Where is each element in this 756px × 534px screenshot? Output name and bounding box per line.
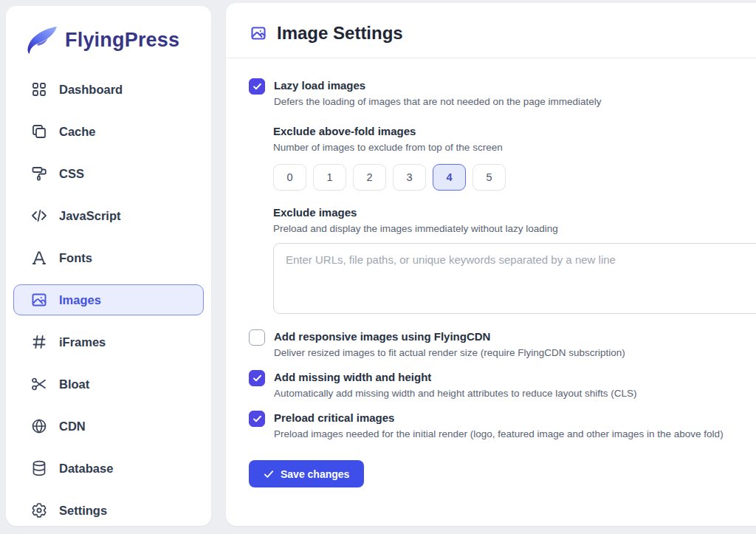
scissors-icon [30, 375, 48, 393]
code-icon [30, 207, 48, 225]
sidebar-item-label: Dashboard [59, 83, 123, 97]
sidebar-item-bloat[interactable]: Bloat [13, 369, 204, 400]
count-option-2[interactable]: 2 [353, 164, 386, 191]
sidebar: FlyingPress Dashboard Cache CSS JavaScr [6, 6, 211, 526]
flyingpress-logo: FlyingPress [13, 25, 204, 55]
sidebar-item-label: Fonts [59, 251, 92, 265]
preload-critical-checkbox[interactable] [249, 411, 265, 427]
sidebar-item-database[interactable]: Database [13, 453, 204, 484]
setting-exclude-images: Exclude images Preload and display the i… [273, 205, 756, 314]
save-button-label: Save changes [281, 468, 349, 480]
exclude-images-textarea[interactable] [273, 243, 756, 314]
missing-dimensions-checkbox[interactable] [249, 370, 265, 386]
sidebar-item-label: CSS [59, 167, 84, 181]
flyingpress-wing-icon [24, 25, 59, 55]
count-option-1[interactable]: 1 [313, 164, 346, 191]
setting-description: Number of images to exclude from top of … [273, 141, 756, 154]
sidebar-nav: Dashboard Cache CSS JavaScript Fonts [13, 74, 204, 526]
setting-label: Exclude images [273, 205, 756, 220]
check-icon [264, 469, 274, 479]
sidebar-item-label: JavaScript [59, 209, 120, 223]
sidebar-item-cdn[interactable]: CDN [13, 411, 204, 442]
setting-description: Preload and display the images immediate… [273, 222, 756, 236]
setting-label: Lazy load images [274, 78, 602, 93]
page-title: Image Settings [277, 23, 403, 44]
letter-a-icon [30, 249, 48, 267]
setting-label: Add missing width and height [274, 370, 637, 385]
image-settings-panel: Image Settings Lazy load images Defers t… [226, 3, 756, 526]
count-option-3[interactable]: 3 [393, 164, 426, 191]
sidebar-item-images[interactable]: Images [13, 284, 204, 315]
sidebar-item-label: iFrames [59, 335, 106, 349]
setting-preload-critical: Preload critical images Preload images n… [249, 411, 756, 441]
count-option-0[interactable]: 0 [273, 164, 306, 191]
dashboard-grid-icon [30, 81, 48, 98]
photo-icon [250, 24, 267, 42]
paint-roller-icon [30, 165, 48, 182]
sidebar-item-label: Bloat [59, 377, 89, 391]
globe-icon [30, 417, 48, 435]
sidebar-item-fonts[interactable]: Fonts [13, 242, 204, 273]
sidebar-item-label: Database [59, 462, 113, 476]
sidebar-item-javascript[interactable]: JavaScript [13, 200, 204, 231]
panel-header: Image Settings [226, 23, 756, 44]
sidebar-item-settings[interactable]: Settings [13, 495, 204, 526]
sidebar-item-css[interactable]: CSS [13, 158, 204, 189]
setting-label: Add responsive images using FlyingCDN [274, 329, 625, 344]
sidebar-item-cache[interactable]: Cache [13, 116, 204, 147]
cache-copy-icon [30, 123, 48, 140]
setting-responsive-images: Add responsive images using FlyingCDN De… [249, 329, 756, 360]
above-fold-count-selector: 0 1 2 3 4 5 [273, 164, 756, 191]
hash-icon [30, 333, 48, 351]
gear-icon [30, 502, 48, 519]
sidebar-item-dashboard[interactable]: Dashboard [13, 74, 204, 105]
sidebar-item-label: CDN [59, 420, 86, 434]
lazy-load-checkbox[interactable] [249, 78, 265, 95]
count-option-5[interactable]: 5 [472, 164, 506, 191]
setting-label: Exclude above-fold images [273, 124, 756, 139]
sidebar-item-iframes[interactable]: iFrames [13, 326, 204, 357]
sidebar-item-label: Settings [59, 504, 107, 518]
setting-lazy-load: Lazy load images Defers the loading of i… [249, 78, 756, 109]
setting-description: Defers the loading of images that are no… [274, 95, 602, 109]
save-changes-button[interactable]: Save changes [249, 460, 364, 487]
database-icon [30, 459, 48, 477]
setting-description: Automatically add missing width and heig… [274, 387, 637, 400]
count-option-4-selected[interactable]: 4 [433, 164, 466, 191]
setting-label: Preload critical images [274, 411, 724, 425]
responsive-images-checkbox[interactable] [249, 329, 265, 346]
setting-exclude-above-fold: Exclude above-fold images Number of imag… [273, 124, 756, 191]
logo-text: FlyingPress [65, 29, 179, 52]
sidebar-item-label: Images [59, 293, 101, 307]
setting-missing-dimensions: Add missing width and height Automatical… [249, 370, 756, 400]
sidebar-item-label: Cache [59, 125, 96, 139]
photo-icon [30, 291, 48, 309]
setting-description: Deliver resized images to fit actual ren… [274, 346, 625, 360]
setting-description: Preload images needed for the initial re… [274, 428, 724, 441]
